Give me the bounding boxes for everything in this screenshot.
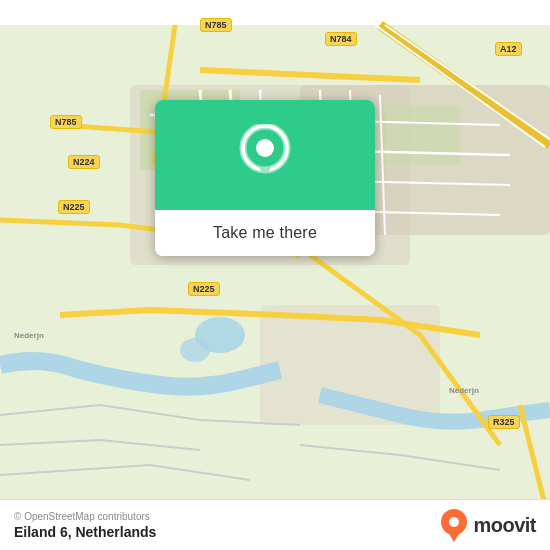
moovit-icon	[439, 508, 469, 542]
svg-marker-14	[448, 532, 460, 542]
road-label-nederjn-left: Nederjn	[10, 330, 48, 341]
svg-point-7	[180, 338, 210, 362]
bottom-left-info: © OpenStreetMap contributors Eiland 6, N…	[14, 511, 156, 540]
location-name: Eiland 6, Netherlands	[14, 524, 156, 540]
location-pin-icon	[239, 124, 291, 186]
take-me-there-button[interactable]: Take me there	[155, 210, 375, 256]
map-svg	[0, 0, 550, 550]
road-label-n785-top: N785	[200, 18, 232, 32]
road-label-a12: A12	[495, 42, 522, 56]
road-label-n225-left: N225	[58, 200, 90, 214]
svg-point-9	[256, 139, 274, 157]
road-label-n784: N784	[325, 32, 357, 46]
popup-card: Take me there	[155, 100, 375, 256]
road-label-n785-left: N785	[50, 115, 82, 129]
road-label-nederjn-right: Nederjn	[445, 385, 483, 396]
moovit-logo: moovit	[439, 508, 536, 542]
road-label-n224: N224	[68, 155, 100, 169]
bottom-bar: © OpenStreetMap contributors Eiland 6, N…	[0, 499, 550, 550]
road-label-r325: R325	[488, 415, 520, 429]
road-label-n225-mid: N225	[188, 282, 220, 296]
popup-header	[155, 100, 375, 210]
osm-credit: © OpenStreetMap contributors	[14, 511, 156, 522]
svg-rect-5	[380, 105, 460, 165]
svg-point-13	[449, 517, 459, 527]
pin-wrapper	[239, 124, 291, 186]
map-container: N785 N784 A12 N785 N224 N225 N225 Nederj…	[0, 0, 550, 550]
moovit-text: moovit	[473, 514, 536, 537]
